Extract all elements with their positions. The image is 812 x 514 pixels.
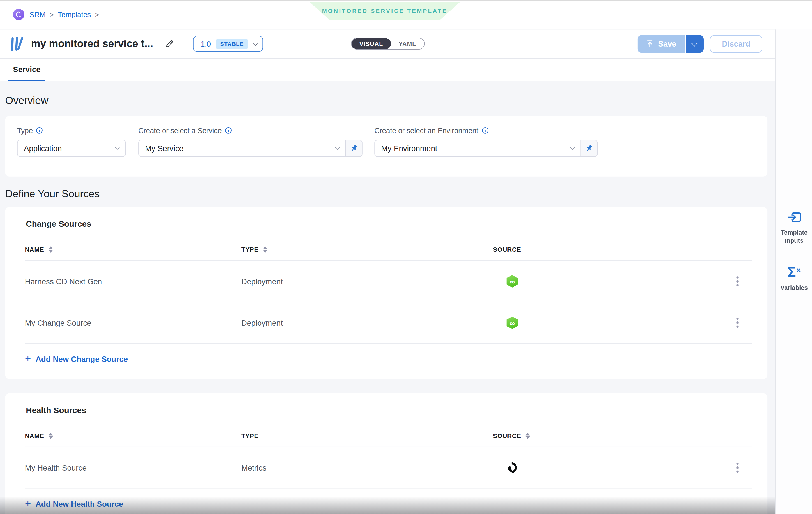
environment-label: Create or select an Environment	[374, 126, 598, 135]
tab-bar: Service	[0, 59, 775, 81]
version-status-badge: STABLE	[216, 39, 248, 49]
toggle-visual[interactable]: VISUAL	[352, 38, 391, 49]
change-sources-card: Change Sources NAME TYPE SOURCE Harness …	[5, 207, 767, 379]
breadcrumb-link-templates[interactable]: Templates	[58, 10, 91, 19]
info-icon	[225, 127, 232, 134]
variables-button[interactable]: Σ× Variables	[776, 265, 812, 292]
table-row[interactable]: My Health Source Metrics	[25, 447, 752, 489]
pushpin-icon	[349, 143, 359, 154]
environment-select[interactable]: My Environment	[374, 140, 581, 157]
save-split-button[interactable]: Save	[637, 35, 703, 53]
discard-button[interactable]: Discard	[710, 35, 762, 53]
pencil-icon	[165, 39, 174, 49]
health-sources-title: Health Sources	[26, 406, 752, 415]
overview-heading: Overview	[5, 95, 767, 107]
chevron-down-icon	[570, 145, 575, 150]
type-field: Type Application	[17, 126, 126, 157]
edit-title-button[interactable]	[162, 37, 176, 51]
monitored-service-template-badge: MONITORED SERVICE TEMPLATE	[310, 2, 460, 20]
info-icon	[36, 127, 43, 134]
breadcrumb-link-srm[interactable]: SRM	[29, 10, 46, 19]
breadcrumb: SRM > Templates >	[13, 9, 99, 20]
sort-icon	[263, 246, 267, 252]
service-label: Create or select a Service	[138, 126, 362, 135]
chevron-down-icon	[252, 40, 258, 46]
toggle-yaml[interactable]: YAML	[391, 38, 424, 49]
sort-icon	[49, 246, 53, 252]
service-pin-button[interactable]	[346, 140, 362, 157]
variables-icon: Σ×	[788, 265, 801, 279]
version-number: 1.0	[201, 39, 211, 48]
column-header-type: TYPE	[241, 432, 493, 439]
title-row: my monitored service t... 1.0 STABLE VIS…	[0, 29, 775, 58]
breadcrumb-separator-icon: >	[95, 11, 99, 19]
add-health-source-button[interactable]: + Add New Health Source	[25, 498, 123, 510]
upload-icon	[646, 40, 654, 48]
change-sources-header-row: NAME TYPE SOURCE	[25, 238, 752, 261]
column-header-source: SOURCE	[493, 245, 723, 253]
srm-module-icon	[13, 9, 24, 20]
service-select[interactable]: My Service	[138, 140, 346, 157]
change-source-type: Deployment	[241, 319, 493, 327]
main-column: SRM > Templates > MONITORED SERVICE TEMP…	[0, 0, 775, 514]
plus-icon: +	[25, 353, 31, 363]
define-sources-heading: Define Your Sources	[5, 188, 767, 200]
row-menu-button[interactable]	[733, 314, 742, 331]
health-sources-header-row: NAME TYPE SOURCE	[25, 424, 752, 447]
type-select[interactable]: Application	[17, 140, 126, 157]
app-viewport: SRM > Templates > MONITORED SERVICE TEMP…	[0, 0, 812, 514]
right-rail: Template Inputs Σ× Variables	[775, 29, 812, 514]
page-title: my monitored service t...	[31, 38, 153, 50]
template-inputs-icon	[786, 210, 802, 224]
row-menu-button[interactable]	[733, 273, 742, 290]
tab-service[interactable]: Service	[8, 59, 46, 81]
version-selector[interactable]: 1.0 STABLE	[193, 36, 263, 52]
chevron-down-icon	[115, 145, 120, 150]
row-menu-button[interactable]	[733, 460, 742, 476]
type-label: Type	[17, 126, 126, 135]
change-source-name: My Change Source	[25, 319, 241, 327]
health-source-type: Metrics	[241, 463, 493, 472]
variables-label: Variables	[778, 284, 810, 292]
harness-cd-icon: ∞	[506, 316, 518, 329]
environment-select-group: My Environment	[374, 140, 598, 157]
page-content: Overview Type Application Create or sele…	[0, 81, 775, 514]
add-change-source-button[interactable]: + Add New Change Source	[25, 353, 128, 365]
change-source-type: Deployment	[241, 277, 493, 285]
health-sources-card: Health Sources NAME TYPE SOURCE My Healt…	[5, 393, 767, 514]
template-inputs-button[interactable]: Template Inputs	[776, 210, 812, 245]
top-divider	[0, 0, 812, 1]
environment-pin-button[interactable]	[581, 140, 598, 157]
service-select-group: My Service	[138, 140, 362, 157]
column-header-name[interactable]: NAME	[25, 245, 241, 253]
template-inputs-label: Template Inputs	[778, 229, 810, 245]
column-header-name[interactable]: NAME	[25, 432, 241, 439]
template-bars-icon	[10, 36, 25, 51]
change-sources-title: Change Sources	[26, 219, 752, 229]
service-field: Create or select a Service My Service	[138, 126, 362, 157]
column-header-type[interactable]: TYPE	[241, 245, 493, 253]
appdynamics-icon	[506, 462, 517, 473]
chevron-down-icon	[692, 40, 698, 46]
column-header-source[interactable]: SOURCE	[493, 432, 723, 439]
breadcrumb-row: SRM > Templates > MONITORED SERVICE TEMP…	[0, 0, 775, 29]
harness-cd-icon: ∞	[506, 275, 518, 288]
sort-icon	[526, 432, 530, 439]
health-source-name: My Health Source	[25, 463, 241, 472]
plus-icon: +	[25, 498, 31, 508]
sort-icon	[49, 432, 53, 439]
change-source-name: Harness CD Next Gen	[25, 277, 241, 285]
info-icon	[482, 127, 489, 134]
overview-card: Type Application Create or select a Serv…	[5, 116, 767, 177]
table-row[interactable]: My Change Source Deployment ∞	[25, 302, 752, 344]
pushpin-icon	[583, 143, 594, 154]
environment-field: Create or select an Environment My Envir…	[374, 126, 598, 157]
header-actions: Save Discard	[637, 35, 762, 53]
breadcrumb-separator-icon: >	[50, 11, 54, 19]
save-options-button[interactable]	[686, 35, 704, 53]
chevron-down-icon	[335, 145, 340, 150]
table-row[interactable]: Harness CD Next Gen Deployment ∞	[25, 261, 752, 302]
save-button[interactable]: Save	[637, 35, 685, 53]
visual-yaml-toggle[interactable]: VISUAL YAML	[351, 38, 425, 50]
